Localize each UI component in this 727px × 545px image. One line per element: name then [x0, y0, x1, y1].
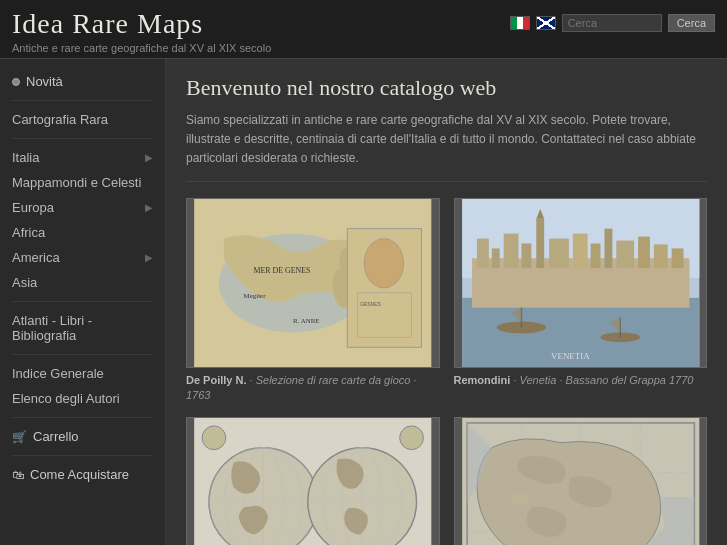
- novita-icon: [12, 78, 20, 86]
- layout: Novità Cartografia Rara Italia ▶ Mappamo…: [0, 59, 727, 545]
- svg-rect-17: [503, 233, 518, 268]
- map-thumb-remondini: VENETIA: [454, 198, 708, 368]
- svg-rect-25: [616, 240, 634, 268]
- sidebar-item-label: Asia: [12, 275, 37, 290]
- cart-icon: 🛒: [12, 430, 27, 444]
- svg-rect-16: [491, 248, 499, 268]
- map-desc: · Venetia · Bassano del Grappa 1770: [513, 374, 693, 386]
- map-item-depoilly[interactable]: MER DE GENES Megiter R. ANRE GESNES De P…: [186, 198, 440, 404]
- sidebar-item-label: Cartografia Rara: [12, 112, 108, 127]
- chevron-right-icon: ▶: [145, 152, 153, 163]
- header-right: Cerca: [510, 14, 715, 32]
- map-thumb-mappamondo: [186, 417, 440, 545]
- search-input[interactable]: [562, 14, 662, 32]
- sidebar-item-label: Atlanti - Libri - Bibliografia: [12, 313, 153, 343]
- page-description: Siamo specializzati in antiche e rare ca…: [186, 111, 707, 182]
- sidebar-divider-2: [12, 138, 153, 139]
- page-title: Benvenuto nel nostro catalogo web: [186, 75, 707, 101]
- novita-label: Novità: [26, 74, 63, 89]
- site-subtitle: Antiche e rare carte geografiche dal XV …: [12, 42, 271, 54]
- map-thumb-depoilly: MER DE GENES Megiter R. ANRE GESNES: [186, 198, 440, 368]
- sidebar-item-come[interactable]: 🛍 Come Acquistare: [0, 462, 165, 487]
- chevron-right-icon: ▶: [145, 252, 153, 263]
- sidebar-item-asia[interactable]: Asia: [0, 270, 165, 295]
- sidebar: Novità Cartografia Rara Italia ▶ Mappamo…: [0, 59, 166, 545]
- sidebar-divider-5: [12, 417, 153, 418]
- header-left: Idea Rare Maps Antiche e rare carte geog…: [12, 8, 271, 54]
- svg-rect-23: [590, 243, 600, 268]
- svg-rect-27: [653, 244, 667, 268]
- sidebar-item-label: Indice Generale: [12, 366, 104, 381]
- svg-rect-21: [549, 238, 569, 268]
- sidebar-item-indice[interactable]: Indice Generale: [0, 361, 165, 386]
- svg-text:Megiter: Megiter: [244, 291, 267, 298]
- map-item-mappamondo[interactable]: [186, 417, 440, 545]
- map-grid: MER DE GENES Megiter R. ANRE GESNES De P…: [186, 198, 707, 545]
- main-content: Benvenuto nel nostro catalogo web Siamo …: [166, 59, 727, 545]
- come-label: Come Acquistare: [30, 467, 129, 482]
- chevron-right-icon: ▶: [145, 202, 153, 213]
- sidebar-item-label: America: [12, 250, 60, 265]
- sidebar-item-mappamondi[interactable]: Mappamondi e Celesti: [0, 170, 165, 195]
- search-button[interactable]: Cerca: [668, 14, 715, 32]
- sidebar-item-cart[interactable]: 🛒 Carrello: [0, 424, 165, 449]
- svg-text:MER DE GENES: MER DE GENES: [253, 266, 310, 275]
- sidebar-divider-3: [12, 301, 153, 302]
- svg-rect-19: [536, 218, 544, 267]
- svg-point-49: [400, 426, 424, 450]
- flag-english[interactable]: [536, 16, 556, 30]
- sidebar-item-label: Mappamondi e Celesti: [12, 175, 141, 190]
- svg-rect-26: [638, 236, 650, 268]
- map-author: Remondini: [454, 374, 511, 386]
- sidebar-item-africa[interactable]: Africa: [0, 220, 165, 245]
- sidebar-divider-1: [12, 100, 153, 101]
- map-thumb-carta: [454, 417, 708, 545]
- sidebar-item-label: Europa: [12, 200, 54, 215]
- info-icon: 🛍: [12, 468, 24, 482]
- sidebar-item-label: Elenco degli Autori: [12, 391, 120, 406]
- svg-rect-18: [521, 243, 531, 268]
- svg-rect-22: [572, 233, 587, 268]
- map-caption-remondini: Remondini · Venetia · Bassano del Grappa…: [454, 373, 708, 388]
- svg-rect-15: [476, 238, 488, 268]
- header: Idea Rare Maps Antiche e rare carte geog…: [0, 0, 727, 59]
- svg-rect-28: [671, 248, 683, 268]
- map-caption-depoilly: De Poilly N. · Selezione di rare carte d…: [186, 373, 440, 404]
- map-item-remondini[interactable]: VENETIA Remondini · Venetia · Bassano de…: [454, 198, 708, 404]
- svg-point-8: [364, 238, 404, 287]
- map-author: De Poilly N.: [186, 374, 247, 386]
- map-item-carta[interactable]: [454, 417, 708, 545]
- sidebar-divider-4: [12, 354, 153, 355]
- svg-rect-24: [604, 228, 612, 268]
- sidebar-item-atlanti[interactable]: Atlanti - Libri - Bibliografia: [0, 308, 165, 348]
- site-title: Idea Rare Maps: [12, 8, 271, 40]
- svg-point-48: [202, 426, 226, 450]
- sidebar-item-italia[interactable]: Italia ▶: [0, 145, 165, 170]
- sidebar-item-label: Africa: [12, 225, 45, 240]
- sidebar-item-europa[interactable]: Europa ▶: [0, 195, 165, 220]
- sidebar-item-cartografia[interactable]: Cartografia Rara: [0, 107, 165, 132]
- sidebar-item-america[interactable]: America ▶: [0, 245, 165, 270]
- sidebar-item-autori[interactable]: Elenco degli Autori: [0, 386, 165, 411]
- svg-text:R. ANRE: R. ANRE: [293, 316, 319, 323]
- svg-text:VENETIA: VENETIA: [551, 351, 590, 361]
- sidebar-item-novita[interactable]: Novità: [0, 69, 165, 94]
- cart-label: Carrello: [33, 429, 79, 444]
- sidebar-divider-6: [12, 455, 153, 456]
- flag-italian[interactable]: [510, 16, 530, 30]
- svg-text:GESNES: GESNES: [360, 301, 381, 306]
- svg-rect-9: [357, 292, 411, 336]
- sidebar-item-label: Italia: [12, 150, 39, 165]
